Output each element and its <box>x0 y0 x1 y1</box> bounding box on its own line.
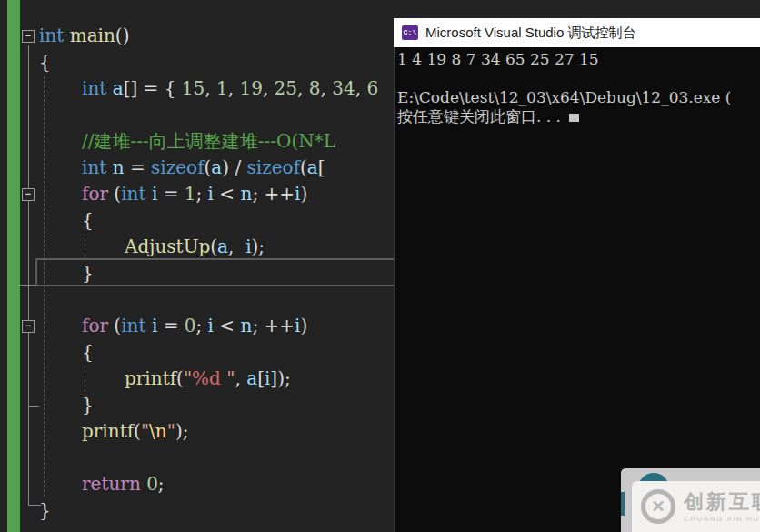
console-icon-label: C:\ <box>404 29 416 36</box>
console-line: E:\Code\test\12_03\x64\Debug\12_03.exe ( <box>397 88 760 107</box>
console-icon: C:\ <box>402 25 418 40</box>
screenshot-root: int main(){int a[] = { 15, 1, 19, 25, 8,… <box>0 0 760 532</box>
cx-logo-icon: ✕ <box>641 489 675 524</box>
watermark: ✕ 创新互联 CHUANG XIN HU LIAN <box>621 468 760 532</box>
fold-collapse-icon[interactable]: − <box>22 320 35 333</box>
cx-logo-glyph: ✕ <box>651 498 665 515</box>
console-line: 按任意键关闭此窗口. . . <box>397 107 760 126</box>
watermark-card: ✕ 创新互联 CHUANG XIN HU LIAN <box>632 481 760 532</box>
console-line <box>397 69 760 88</box>
console-titlebar[interactable]: C:\ Microsoft Visual Studio 调试控制台 <box>394 18 760 47</box>
console-output[interactable]: 1 4 19 8 7 34 65 25 27 15E:\Code\test\12… <box>394 47 760 532</box>
fold-collapse-icon[interactable]: − <box>22 188 35 201</box>
watermark-brand-name: 创新互联 <box>684 491 760 513</box>
console-line: 1 4 19 8 7 34 65 25 27 15 <box>397 50 760 69</box>
watermark-text: 创新互联 CHUANG XIN HU LIAN <box>684 491 760 523</box>
fold-collapse-icon[interactable]: − <box>22 30 35 43</box>
logo-teal-sliver <box>621 492 625 516</box>
watermark-brand-subtitle: CHUANG XIN HU LIAN <box>684 515 760 523</box>
console-window-title: Microsoft Visual Studio 调试控制台 <box>425 25 635 42</box>
debug-console-window: C:\ Microsoft Visual Studio 调试控制台 1 4 19… <box>394 18 760 532</box>
current-line-highlight <box>35 258 396 286</box>
text-cursor-icon <box>569 114 579 122</box>
